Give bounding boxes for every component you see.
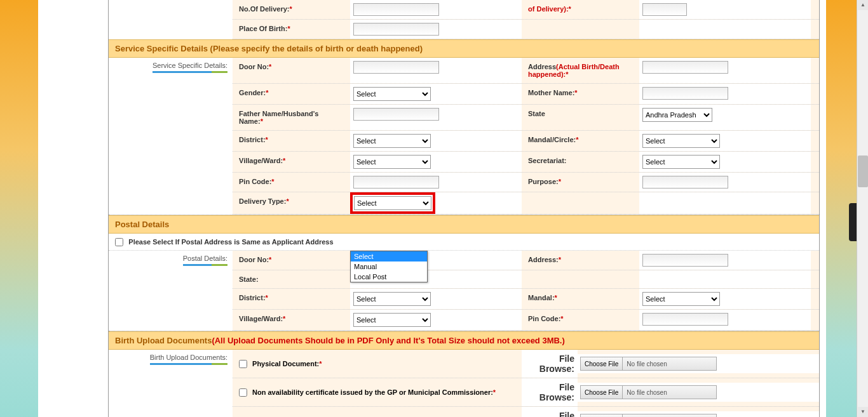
scroll-up-icon[interactable]: ▲ [858, 0, 868, 10]
delivery-type-dropdown-open[interactable]: Select Manual Local Post [350, 251, 428, 282]
no-of-delivery-input[interactable] [353, 3, 439, 16]
scroll-down-icon[interactable]: ▼ [858, 407, 868, 417]
file-status-text: No file chosen [623, 389, 670, 396]
village-ward-label: Village/Ward: [239, 157, 283, 164]
postal-mandal-select[interactable]: Select [642, 292, 720, 306]
upload-doc-label: Non availability certificate issued by t… [252, 388, 493, 396]
choose-file-button[interactable]: Choose File [581, 386, 623, 399]
pin-code-input[interactable] [353, 176, 439, 189]
dropdown-option-localpost[interactable]: Local Post [351, 272, 427, 282]
postal-pin-code-input[interactable] [642, 313, 728, 326]
of-delivery-label: of Delivery): [528, 5, 569, 13]
father-name-input[interactable] [353, 108, 439, 121]
dropdown-option-select[interactable]: Select [351, 251, 427, 261]
postal-pin-code-label: Pin Code: [528, 315, 560, 322]
mother-name-label: Mother Name: [528, 89, 574, 96]
dropdown-option-manual[interactable]: Manual [351, 261, 427, 272]
village-ward-select[interactable]: Select [353, 155, 431, 169]
door-no-label: Door No: [239, 63, 269, 70]
upload-row: Physical Document:*File Browse:Choose Fi… [233, 350, 819, 378]
vertical-scrollbar[interactable]: ▲ ▼ [857, 0, 868, 417]
upload-documents-sidelabel: Birth Upload Documents: [150, 354, 227, 365]
postal-details-sidelabel: Postal Details: [183, 255, 227, 266]
file-status-text: No file chosen [623, 361, 670, 367]
address-label: Address [528, 63, 556, 70]
secretariat-label: Secretariat: [528, 157, 567, 164]
purpose-label: Purpose: [528, 178, 559, 185]
state-label: State [528, 110, 545, 117]
state-select[interactable]: Andhra Pradesh [642, 108, 712, 122]
upload-header-main: Birth Upload Documents [115, 336, 212, 345]
pin-code-label: Pin Code: [239, 178, 271, 185]
delivery-type-label: Delivery Type: [239, 197, 286, 205]
upload-row: Ration card copy:File Browse:Choose File… [233, 407, 819, 417]
choose-file-button[interactable]: Choose File [581, 357, 623, 370]
upload-checkbox[interactable] [239, 388, 247, 397]
delivery-type-select[interactable]: Select [354, 196, 431, 210]
same-address-label: Please Select If Postal Address is Same … [128, 238, 333, 246]
postal-village-ward-select[interactable]: Select [353, 313, 431, 327]
same-address-checkbox[interactable] [115, 238, 123, 246]
postal-district-select[interactable]: Select [353, 292, 431, 306]
file-browse-label: File Browse: [522, 378, 578, 406]
address-birth-input[interactable] [642, 61, 728, 74]
of-delivery-input[interactable] [642, 3, 687, 16]
file-input[interactable]: Choose FileNo file chosen [580, 385, 717, 399]
father-name-label: Father Name/Husband's Name: [239, 110, 318, 125]
district-select[interactable]: Select [353, 134, 431, 148]
file-input[interactable]: Choose FileNo file chosen [580, 357, 717, 371]
file-browse-label: File Browse: [522, 350, 578, 378]
no-of-delivery-label: No.Of Delivery: [239, 5, 289, 13]
upload-doc-label: Physical Document: [252, 360, 319, 367]
door-no-input[interactable] [353, 61, 439, 74]
postal-door-no-label: Door No: [239, 256, 269, 263]
place-of-birth-label: Place Of Birth: [239, 25, 287, 32]
upload-checkbox[interactable] [239, 360, 247, 368]
choose-file-button[interactable]: Choose File [581, 414, 623, 417]
file-input[interactable]: Choose FileNo file chosen [580, 414, 717, 417]
file-browse-label: File Browse: [522, 407, 578, 417]
gender-select[interactable]: Select [353, 87, 431, 101]
service-specific-header: Service Specific Details (Please specify… [109, 39, 819, 58]
upload-header-note: (All Upload Documents Should be in PDF O… [212, 336, 564, 345]
upload-documents-header: Birth Upload Documents(All Upload Docume… [109, 331, 819, 350]
secretariat-select[interactable]: Select [642, 155, 720, 169]
scroll-thumb[interactable] [858, 156, 868, 187]
postal-details-header: Postal Details [109, 215, 819, 234]
side-feedback-tab[interactable] [849, 203, 857, 241]
gender-label: Gender: [239, 89, 266, 96]
district-label: District: [239, 136, 266, 143]
mandal-circle-label: Mandal/Circle: [528, 136, 576, 143]
postal-address-input[interactable] [642, 254, 728, 267]
postal-state-label: State: [239, 275, 259, 283]
postal-village-ward-label: Village/Ward: [239, 315, 283, 322]
mandal-circle-select[interactable]: Select [642, 134, 720, 148]
mother-name-input[interactable] [642, 87, 728, 100]
upload-row: Non availability certificate issued by t… [233, 378, 819, 407]
postal-mandal-label: Mandal: [528, 294, 555, 301]
purpose-input[interactable] [642, 176, 728, 189]
service-specific-sidelabel: Service Specific Details: [153, 62, 227, 73]
postal-address-label: Address: [528, 256, 559, 263]
postal-district-label: District: [239, 294, 266, 301]
place-of-birth-input[interactable] [353, 23, 439, 36]
